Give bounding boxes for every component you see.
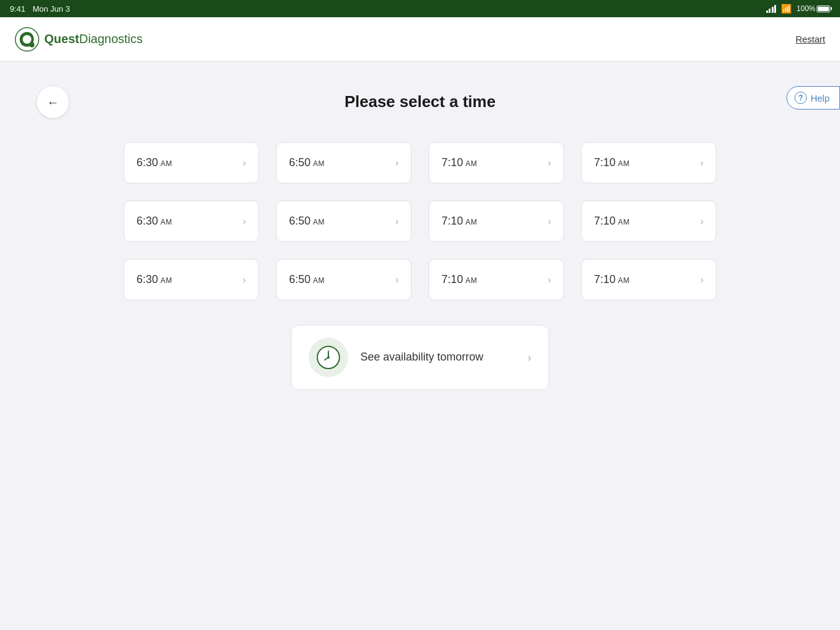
see-availability-tomorrow-button[interactable]: See availability tomorrow ›: [291, 325, 549, 390]
logo-quest: Quest: [44, 32, 79, 46]
help-button[interactable]: ? Help: [787, 86, 840, 110]
time-slot[interactable]: 6:30 AM ›: [124, 259, 259, 300]
time-slot-time: 6:50 AM: [289, 273, 325, 286]
svg-point-0: [15, 28, 39, 51]
time-slot[interactable]: 7:10 AM ›: [581, 259, 716, 300]
battery-percent: 100%: [796, 4, 815, 13]
time-slot-time: 6:30 AM: [137, 273, 172, 286]
time-slot-time: 6:30 AM: [137, 156, 172, 169]
help-label: Help: [810, 93, 830, 103]
time-slot-time: 6:50 AM: [289, 156, 325, 169]
availability-tomorrow-section: See availability tomorrow ›: [37, 325, 803, 390]
battery-fill: [818, 7, 829, 11]
time-slot[interactable]: 6:30 AM ›: [124, 142, 259, 183]
status-bar-right: 📶 100%: [766, 4, 830, 14]
status-time: 9:41: [10, 4, 25, 14]
time-slot-time: 7:10 AM: [442, 215, 477, 228]
avail-label: See availability tomorrow: [360, 351, 483, 363]
logo-text: QuestDiagnostics: [44, 32, 143, 46]
logo-diagnostics: Diagnostics: [79, 32, 143, 46]
chevron-right-icon: ›: [700, 158, 703, 169]
status-date: Mon Jun 3: [33, 4, 70, 14]
back-arrow-icon: ←: [47, 95, 59, 110]
chevron-right-icon: ›: [548, 274, 551, 285]
signal-icon: [766, 4, 777, 13]
time-slot[interactable]: 6:30 AM ›: [124, 201, 259, 242]
svg-point-1: [30, 42, 34, 47]
status-bar: 9:41 Mon Jun 3 📶 100%: [0, 0, 840, 17]
chevron-right-icon: ›: [548, 216, 551, 227]
chevron-right-icon: ›: [243, 158, 246, 169]
time-slot-time: 7:10 AM: [442, 156, 477, 169]
help-circle-icon: ?: [794, 92, 807, 104]
chevron-right-icon: ›: [395, 274, 398, 285]
chevron-right-icon: ›: [243, 274, 246, 285]
time-slot[interactable]: 7:10 AM ›: [429, 201, 564, 242]
time-slot-time: 7:10 AM: [594, 273, 630, 286]
time-slot-time: 7:10 AM: [442, 273, 477, 286]
time-slots-grid: 6:30 AM › 6:50 AM › 7:10 AM › 7:10 AM ›: [37, 142, 803, 300]
time-slot[interactable]: 6:50 AM ›: [276, 259, 411, 300]
time-slot[interactable]: 6:50 AM ›: [276, 142, 411, 183]
time-slot[interactable]: 7:10 AM ›: [429, 142, 564, 183]
back-button[interactable]: ←: [37, 86, 69, 118]
chevron-right-icon: ›: [243, 216, 246, 227]
time-slot[interactable]: 7:10 AM ›: [581, 142, 716, 183]
svg-point-5: [327, 356, 330, 359]
chevron-right-icon: ›: [700, 274, 703, 285]
battery-bar: [817, 6, 830, 12]
chevron-right-icon: ›: [548, 158, 551, 169]
chevron-right-icon: ›: [395, 216, 398, 227]
time-slot[interactable]: 6:50 AM ›: [276, 201, 411, 242]
time-slot[interactable]: 7:10 AM ›: [581, 201, 716, 242]
chevron-right-icon: ›: [700, 216, 703, 227]
logo: QuestDiagnostics: [15, 27, 143, 52]
battery: 100%: [796, 4, 830, 13]
chevron-right-icon: ›: [395, 158, 398, 169]
clock-icon: [316, 345, 341, 370]
status-bar-left: 9:41 Mon Jun 3: [10, 4, 70, 14]
avail-chevron-icon: ›: [528, 351, 531, 364]
main-content: ← ? Help Please select a time 6:30 AM › …: [0, 62, 840, 415]
quest-logo-icon: [15, 27, 39, 52]
wifi-icon: 📶: [781, 4, 791, 14]
time-slot-time: 7:10 AM: [594, 215, 630, 228]
time-slot-time: 6:50 AM: [289, 215, 325, 228]
time-slot-time: 7:10 AM: [594, 156, 630, 169]
page-title: Please select a time: [37, 86, 803, 111]
time-slot-time: 6:30 AM: [137, 215, 172, 228]
time-slot[interactable]: 7:10 AM ›: [429, 259, 564, 300]
avail-text: See availability tomorrow: [360, 349, 515, 365]
restart-button[interactable]: Restart: [796, 34, 825, 44]
header: QuestDiagnostics Restart: [0, 17, 840, 62]
clock-icon-wrapper: [309, 338, 348, 377]
